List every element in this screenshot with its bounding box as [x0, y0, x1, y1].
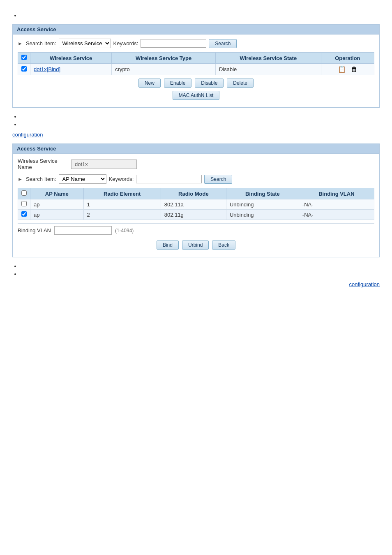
col-header-binding-state: Binding State	[226, 188, 299, 199]
bullet-point-1	[21, 12, 380, 18]
table-actions-2: Bind Urbind Back	[18, 240, 374, 250]
ws-name-link[interactable]: dot1x[Bind]	[34, 66, 60, 72]
keywords-label-1: Keywords:	[113, 40, 138, 46]
binding-vlan-input[interactable]	[54, 226, 112, 235]
col-header-checkbox-2	[18, 188, 30, 199]
col-header-operation: Operation	[321, 53, 374, 64]
link-1[interactable]: configuration	[12, 132, 43, 138]
ws-name-row: Wireless ServiceName	[18, 158, 374, 170]
ws-type-cell: crypto	[112, 64, 216, 75]
search-select-1[interactable]: Wireless Service AP Name	[59, 39, 111, 48]
search-item-label-1: Search Item:	[26, 40, 56, 46]
radio-element-cell: 1	[83, 199, 161, 210]
search-button-1[interactable]: Search	[209, 39, 237, 48]
binding-vlan-label: Binding VLAN	[18, 227, 51, 234]
table-actions-mac: MAC AuthN List	[18, 91, 374, 100]
bullet-point-2	[21, 113, 380, 120]
ws-name-cell: dot1x[Bind]	[30, 64, 112, 75]
search-item-label-2: Search Item:	[26, 176, 56, 182]
col-header-ws-state: Wireless Service State	[215, 53, 321, 64]
row-checkbox-cell	[18, 64, 30, 75]
select-all-checkbox-2[interactable]	[21, 190, 27, 196]
ws-state-cell: Disable	[215, 64, 321, 75]
delete-icon-btn[interactable]: 🗑	[349, 66, 359, 73]
arrow-icon-2: ►	[18, 176, 23, 182]
col-header-wireless-service: Wireless Service	[30, 53, 112, 64]
keywords-input-1[interactable]	[141, 39, 206, 48]
binding-vlan-row: Binding VLAN (1-4094)	[18, 223, 374, 237]
disable-button[interactable]: Disable	[195, 79, 224, 88]
search-row-2: ► Search Item: AP Name Radio Element Key…	[18, 174, 374, 184]
search-button-2[interactable]: Search	[204, 175, 232, 184]
table-header-row-1: Wireless Service Wireless Service Type W…	[18, 53, 374, 64]
access-service-section-2: Access Service Wireless ServiceName ► Se…	[12, 143, 380, 257]
col-header-ap-name: AP Name	[30, 188, 84, 199]
col-header-ws-type: Wireless Service Type	[112, 53, 216, 64]
col-header-binding-vlan: Binding VLAN	[299, 188, 374, 199]
binding-vlan-cell: -NA-	[299, 210, 374, 220]
ap-name-cell: ap	[30, 199, 84, 210]
mac-authn-list-button[interactable]: MAC AuthN List	[173, 91, 220, 100]
bind-button[interactable]: Bind	[157, 240, 179, 250]
search-select-2[interactable]: AP Name Radio Element	[59, 174, 106, 184]
ap-binding-table: AP Name Radio Element Radio Mode Binding…	[18, 188, 374, 220]
table-row: ap 2 802.11g Unbinding -NA-	[18, 210, 374, 220]
row2-checkbox-1[interactable]	[21, 211, 27, 217]
delete-button[interactable]: Delete	[227, 79, 254, 88]
wireless-service-table: Wireless Service Wireless Service Type W…	[18, 52, 374, 75]
bullet-point-4	[21, 263, 380, 269]
new-button[interactable]: New	[138, 79, 161, 88]
binding-vlan-hint: (1-4094)	[115, 228, 134, 234]
binding-vlan-cell: -NA-	[299, 199, 374, 210]
binding-state-cell: Unbinding	[226, 199, 299, 210]
keywords-input-2[interactable]	[136, 175, 202, 183]
table-row: dot1x[Bind] crypto Disable 📋 🗑	[18, 64, 374, 75]
select-all-checkbox-1[interactable]	[21, 55, 27, 60]
col-header-radio-mode: Radio Mode	[161, 188, 226, 199]
row2-checkbox-cell	[18, 210, 30, 220]
bullet-point-5	[21, 271, 380, 277]
copy-icon-btn[interactable]: 📋	[336, 65, 348, 73]
radio-mode-cell: 802.11a	[161, 199, 226, 210]
ws-name-input	[71, 160, 137, 169]
radio-element-cell: 2	[83, 210, 161, 220]
row2-checkbox-cell	[18, 199, 30, 210]
binding-state-cell: Unbinding	[226, 210, 299, 220]
enable-button[interactable]: Enable	[164, 79, 191, 88]
back-button[interactable]: Back	[212, 240, 235, 250]
operation-cell: 📋 🗑	[321, 64, 374, 75]
section1-title: Access Service	[13, 25, 379, 35]
radio-mode-cell: 802.11g	[161, 210, 226, 220]
search-row-1: ► Search Item: Wireless Service AP Name …	[18, 39, 374, 48]
unbind-button[interactable]: Urbind	[182, 240, 209, 250]
access-service-section-1: Access Service ► Search Item: Wireless S…	[12, 24, 380, 108]
table-row: ap 1 802.11a Unbinding -NA-	[18, 199, 374, 210]
arrow-icon-1: ►	[18, 41, 23, 46]
ws-name-label: Wireless ServiceName	[18, 158, 67, 170]
bullet-point-3	[21, 121, 380, 127]
ap-name-cell: ap	[30, 210, 84, 220]
col-header-radio-element: Radio Element	[83, 188, 161, 199]
keywords-label-2: Keywords:	[109, 176, 134, 182]
section2-title: Access Service	[13, 144, 379, 154]
row2-checkbox-0[interactable]	[21, 201, 27, 206]
row-checkbox-0[interactable]	[21, 66, 27, 72]
link-2[interactable]: configuration	[349, 281, 380, 287]
col-header-checkbox-1	[18, 53, 30, 64]
table-header-row-2: AP Name Radio Element Radio Mode Binding…	[18, 188, 374, 199]
table-actions-1: New Enable Disable Delete	[18, 79, 374, 88]
